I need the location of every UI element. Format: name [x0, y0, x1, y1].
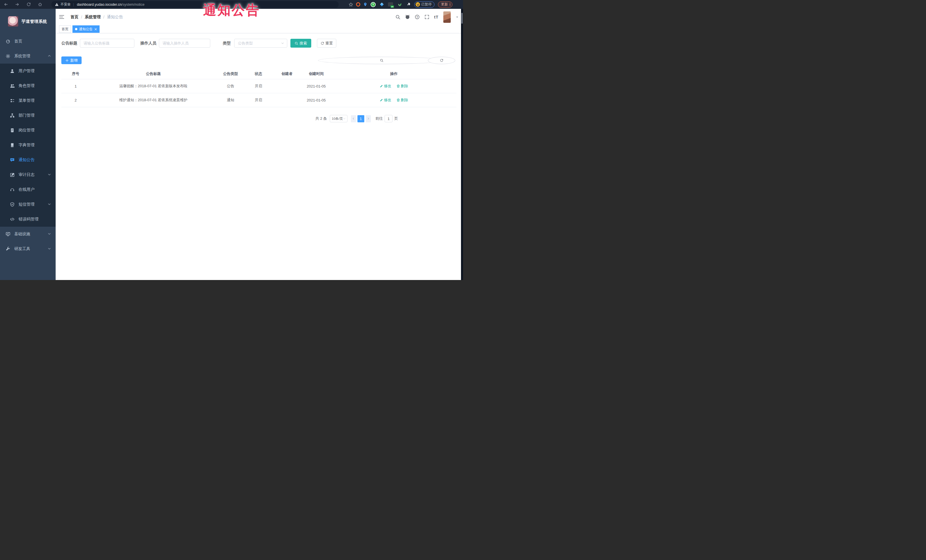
- users-icon: [10, 83, 15, 88]
- table-row[interactable]: 2维护通知：2018-07-01 若依系统凌晨维护通知开启2021-01-05修…: [61, 93, 457, 107]
- security-warning-icon[interactable]: [55, 3, 59, 6]
- sidebar-item[interactable]: 研发工具: [0, 242, 56, 256]
- sidebar-item[interactable]: 通知公告: [0, 152, 56, 168]
- home-icon[interactable]: [34, 0, 45, 9]
- sidebar-item[interactable]: 错误码管理: [0, 212, 56, 227]
- tab-item[interactable]: 首页: [59, 26, 71, 33]
- extensions-puzzle-icon[interactable]: [407, 2, 411, 6]
- title-filter-label: 公告标题: [61, 41, 77, 46]
- cell-status: 开启: [244, 98, 273, 103]
- breadcrumb-item[interactable]: 首页: [70, 15, 79, 20]
- sidebar-item[interactable]: 角色管理: [0, 78, 56, 93]
- chevron-down-icon: [281, 41, 284, 46]
- sidebar-item[interactable]: 短信管理: [0, 197, 56, 212]
- chevron-down-icon: [48, 202, 51, 207]
- delete-button[interactable]: 删除: [396, 83, 408, 89]
- page-number-button[interactable]: 1: [357, 115, 364, 122]
- breadcrumb-separator: /: [103, 15, 104, 20]
- table-row[interactable]: 1温馨提醒：2018-07-01 若依新版本发布啦公告开启2021-01-05修…: [61, 79, 457, 93]
- sidebar-item[interactable]: 菜单管理: [0, 93, 56, 108]
- sidebar-item-label: 岗位管理: [18, 128, 35, 133]
- menutree-icon: [10, 98, 15, 103]
- shield-icon: [10, 202, 15, 207]
- cell-created-at: 2021-01-05: [301, 98, 331, 103]
- url-host: dashboard.yudao.iocoder.cn: [77, 3, 121, 6]
- reset-button-label: 重置: [325, 41, 333, 46]
- type-filter-select[interactable]: 公告类型: [234, 39, 287, 48]
- sidebar-item[interactable]: 用户管理: [0, 63, 56, 78]
- goto-page-input[interactable]: [384, 115, 393, 122]
- avatar[interactable]: [443, 11, 451, 23]
- fullscreen-icon[interactable]: [425, 15, 429, 20]
- sidebar-item[interactable]: 首页: [0, 34, 56, 49]
- add-button[interactable]: 新增: [61, 56, 82, 64]
- sidebar-item[interactable]: 系统管理: [0, 49, 56, 63]
- reset-button[interactable]: 重置: [317, 39, 336, 48]
- svg-text:?: ?: [416, 15, 418, 18]
- edit-button[interactable]: 修改: [380, 83, 391, 89]
- url-bar[interactable]: 不安全 | dashboard.yudao.iocoder.cn /system…: [51, 1, 339, 8]
- gear-icon: [6, 54, 10, 59]
- font-size-icon[interactable]: tT: [434, 15, 439, 20]
- extension-v-icon[interactable]: V: [371, 2, 376, 7]
- scrollbar-track[interactable]: [461, 9, 463, 280]
- help-icon[interactable]: ?: [415, 15, 420, 20]
- extension-pin-icon[interactable]: [363, 2, 368, 6]
- sidebar-item[interactable]: 岗位管理: [0, 123, 56, 138]
- title-filter-input[interactable]: [80, 39, 135, 48]
- back-icon[interactable]: [0, 0, 11, 9]
- monitor-icon: [6, 232, 10, 236]
- user-icon: [10, 69, 15, 73]
- sidebar-item-label: 基础设施: [14, 231, 30, 237]
- sidebar-item-label: 用户管理: [18, 68, 35, 74]
- cell-index: 2: [61, 98, 90, 103]
- active-dot-icon: [75, 28, 77, 30]
- page-size-select[interactable]: 10条/页: [330, 115, 348, 122]
- breadcrumb-item[interactable]: 系统管理: [85, 15, 101, 20]
- cell-type: 公告: [217, 83, 244, 89]
- page-size-value: 10条/页: [332, 116, 343, 121]
- caret-down-icon[interactable]: [455, 15, 459, 20]
- sidebar-logo-row[interactable]: 芋道管理系统: [0, 9, 56, 34]
- extension-on-icon[interactable]: on: [388, 2, 393, 6]
- github-icon[interactable]: [405, 15, 410, 20]
- sidebar-item[interactable]: 字典管理: [0, 138, 56, 152]
- extension-ring-icon[interactable]: [356, 2, 360, 6]
- profile-paused-badge[interactable]: 已暂停: [414, 2, 434, 8]
- app-title: 芋道管理系统: [21, 19, 47, 24]
- search-button[interactable]: 搜索: [291, 39, 311, 48]
- url-path: /system/notice: [121, 3, 144, 6]
- table-header-cell: 序号: [61, 71, 90, 76]
- filter-form: 公告标题 操作人员 类型 公告类型 搜索 重置: [61, 39, 463, 48]
- sidebar-item[interactable]: 基础设施: [0, 227, 56, 242]
- sidebar-item[interactable]: 在线用户: [0, 182, 56, 197]
- sidebar-item-label: 角色管理: [18, 83, 35, 88]
- scrollbar-thumb[interactable]: [461, 13, 463, 24]
- toggle-search-button[interactable]: [318, 57, 445, 64]
- chrome-update-button[interactable]: 更新: [438, 2, 452, 8]
- delete-button[interactable]: 删除: [396, 98, 408, 103]
- cell-index: 1: [61, 84, 90, 88]
- extension-leaf-icon[interactable]: [398, 2, 402, 6]
- sidebar-item-label: 通知公告: [18, 157, 35, 163]
- extension-diamond-icon[interactable]: [380, 2, 384, 6]
- hamburger-icon[interactable]: [59, 14, 65, 20]
- refresh-table-button[interactable]: [428, 57, 455, 64]
- forward-icon[interactable]: [11, 0, 23, 9]
- browser-nav-buttons: [0, 0, 45, 9]
- edit-button[interactable]: 修改: [380, 98, 391, 103]
- next-page-button[interactable]: [366, 115, 371, 122]
- sidebar-item[interactable]: 部门管理: [0, 108, 56, 123]
- sidebar-item[interactable]: 审计日志: [0, 168, 56, 182]
- notice-icon: [10, 158, 15, 162]
- close-icon[interactable]: [94, 28, 97, 30]
- sidebar-item-label: 字典管理: [18, 143, 35, 148]
- reload-icon[interactable]: [23, 0, 34, 9]
- prev-page-button[interactable]: [351, 115, 356, 122]
- operator-filter-input[interactable]: [159, 39, 210, 48]
- tab-active[interactable]: 通知公告: [73, 26, 100, 33]
- edit-label: 修改: [384, 98, 391, 103]
- post-icon: [10, 128, 15, 133]
- bookmark-star-icon[interactable]: [349, 2, 353, 7]
- search-icon[interactable]: [395, 15, 400, 20]
